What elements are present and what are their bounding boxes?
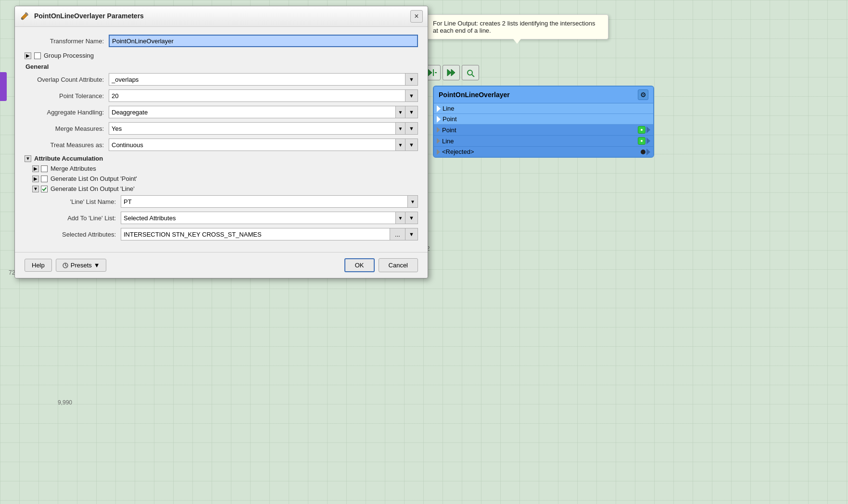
output-arrow-rejected bbox=[437, 149, 440, 155]
toolbar-btn-2[interactable] bbox=[443, 65, 460, 80]
node-output-point: Point bbox=[434, 125, 653, 136]
svg-point-11 bbox=[21, 18, 23, 20]
merge-measures-dropdown-btn[interactable]: ▼ bbox=[405, 122, 418, 135]
presets-button[interactable]: Presets ▼ bbox=[56, 259, 106, 272]
group-processing-row: ▶ Group Processing bbox=[25, 52, 418, 59]
attribute-accumulation-section: ▼ Attribute Accumulation ▶ Merge Attribu… bbox=[25, 155, 418, 240]
aggregate-handling-row: Aggregate Handling: Deaggregate Aggregat… bbox=[25, 106, 418, 118]
presets-arrow: ▼ bbox=[94, 262, 100, 269]
add-to-line-select[interactable]: Selected Attributes All Attributes No At… bbox=[121, 212, 396, 224]
output-arrow-point bbox=[437, 127, 440, 133]
node-header: PointOnLineOverlayer ⚙ bbox=[434, 87, 653, 103]
treat-measures-select[interactable]: Continuous Discrete bbox=[109, 139, 396, 151]
purple-sidebar bbox=[0, 72, 7, 101]
svg-marker-3 bbox=[447, 69, 451, 76]
merge-attributes-toggle[interactable]: ▶ bbox=[32, 165, 39, 172]
svg-point-8 bbox=[641, 129, 643, 131]
output-label-line: Line bbox=[442, 138, 636, 145]
output-label-point: Point bbox=[442, 126, 636, 134]
general-section: General Overlap Count Attribute: ▼ Point… bbox=[25, 63, 418, 151]
merge-attributes-checkbox[interactable] bbox=[41, 165, 48, 172]
add-to-line-row: Add To 'Line' List: Selected Attributes … bbox=[53, 212, 418, 224]
port-label-line: Line bbox=[443, 105, 650, 112]
node-output-rejected: <Rejected> bbox=[434, 147, 653, 157]
svg-marker-0 bbox=[428, 69, 432, 76]
footer-left: Help Presets ▼ bbox=[25, 259, 106, 272]
svg-line-6 bbox=[472, 75, 474, 77]
transformer-name-input[interactable] bbox=[109, 35, 418, 47]
port-green-point bbox=[638, 126, 645, 134]
port-out-arrow-point bbox=[646, 126, 650, 133]
treat-measures-dropdown-btn[interactable]: ▼ bbox=[405, 139, 418, 151]
generate-list-point-checkbox[interactable] bbox=[41, 176, 48, 182]
point-tolerance-row: Point Tolerance: ▼ bbox=[25, 89, 418, 102]
help-button[interactable]: Help bbox=[25, 259, 52, 272]
node-port-line: Line bbox=[434, 103, 653, 114]
selected-attributes-row: Selected Attributes: ... ▼ bbox=[53, 228, 418, 240]
line-list-name-combo: ▼ bbox=[121, 195, 418, 208]
group-processing-checkbox[interactable] bbox=[34, 52, 41, 59]
port-out-arrow-rejected bbox=[646, 149, 650, 155]
group-processing-label: Group Processing bbox=[44, 52, 94, 59]
selected-attributes-input[interactable] bbox=[121, 228, 390, 240]
merge-measures-label: Merge Measures: bbox=[25, 125, 109, 132]
point-tolerance-label: Point Tolerance: bbox=[25, 92, 109, 100]
treat-measures-row: Treat Measures as: Continuous Discrete ▼… bbox=[25, 139, 418, 151]
aggregate-handling-arrow: ▼ bbox=[396, 106, 405, 118]
add-to-line-dropdown-btn[interactable]: ▼ bbox=[405, 212, 418, 224]
tooltip-text: For Line Output: creates 2 lists identif… bbox=[433, 20, 595, 34]
ok-button[interactable]: OK bbox=[344, 258, 375, 272]
toolbar-btn-3[interactable] bbox=[462, 65, 479, 80]
port-green-line bbox=[638, 137, 645, 145]
overlap-count-field bbox=[109, 73, 405, 86]
aggregate-handling-select[interactable]: Deaggregate Aggregate Accumulate bbox=[109, 106, 396, 118]
transformer-name-label: Transformer Name: bbox=[25, 38, 109, 45]
selected-attributes-label: Selected Attributes: bbox=[53, 231, 121, 238]
close-button[interactable]: × bbox=[410, 10, 423, 23]
group-processing-toggle[interactable]: ▶ bbox=[25, 52, 31, 59]
dialog-body: Transformer Name: ▶ Group Processing Gen… bbox=[15, 27, 428, 252]
port-arrow-in-point bbox=[437, 116, 441, 123]
overlap-count-label: Overlap Count Attribute: bbox=[25, 76, 109, 83]
overlap-count-dropdown-btn[interactable]: ▼ bbox=[405, 73, 418, 86]
line-list-name-drop-btn[interactable]: ▼ bbox=[407, 195, 418, 208]
generate-list-point-toggle[interactable]: ▶ bbox=[32, 176, 39, 182]
generate-list-line-toggle[interactable]: ▼ bbox=[32, 186, 39, 192]
dialog-title-text: PointOnLineOverlayer Parameters bbox=[34, 12, 144, 20]
merge-measures-select[interactable]: Yes No bbox=[109, 122, 396, 135]
parameters-dialog: PointOnLineOverlayer Parameters × Transf… bbox=[14, 6, 428, 278]
point-tolerance-dropdown-btn[interactable]: ▼ bbox=[405, 89, 418, 102]
output-arrow-line bbox=[437, 138, 440, 144]
merge-measures-row: Merge Measures: Yes No ▼ ▼ bbox=[25, 122, 418, 135]
node-gear-btn[interactable]: ⚙ bbox=[638, 89, 648, 100]
line-list-section: 'Line' List Name: ▼ Add To 'Line' List: … bbox=[53, 195, 418, 240]
generate-list-line-checkbox[interactable] bbox=[41, 186, 48, 192]
presets-label: Presets bbox=[71, 262, 92, 269]
node-title: PointOnLineOverlayer bbox=[439, 91, 510, 99]
svg-point-10 bbox=[641, 140, 643, 142]
selected-attributes-browse-btn[interactable]: ... bbox=[390, 228, 405, 240]
port-arrow-in-line bbox=[437, 105, 441, 112]
line-list-name-row: 'Line' List Name: ▼ bbox=[53, 195, 418, 208]
port-dot-rejected bbox=[641, 150, 645, 154]
dialog-title-icon: PointOnLineOverlayer Parameters bbox=[20, 12, 410, 21]
merge-measures-arrow: ▼ bbox=[396, 122, 405, 135]
presets-icon bbox=[62, 262, 69, 269]
point-tolerance-field bbox=[109, 89, 405, 102]
dialog-titlebar: PointOnLineOverlayer Parameters × bbox=[15, 6, 428, 27]
attribute-accumulation-toggle[interactable]: ▼ bbox=[25, 155, 31, 162]
selected-attributes-dropdown-btn[interactable]: ▼ bbox=[405, 228, 418, 240]
line-list-name-input[interactable] bbox=[121, 195, 407, 208]
attribute-accumulation-label: Attribute Accumulation bbox=[34, 155, 103, 162]
transformer-node: PointOnLineOverlayer ⚙ Line Point Point … bbox=[433, 86, 654, 158]
generate-list-line-label: Generate List On Output 'Line' bbox=[51, 185, 135, 192]
generate-list-line-row: ▼ Generate List On Output 'Line' bbox=[32, 185, 418, 192]
general-label: General bbox=[25, 63, 418, 70]
cancel-button[interactable]: Cancel bbox=[379, 258, 418, 272]
point-tolerance-input[interactable] bbox=[112, 92, 403, 100]
overlap-count-input[interactable] bbox=[112, 76, 403, 83]
treat-measures-label: Treat Measures as: bbox=[25, 141, 109, 149]
aggregate-handling-dropdown-btn[interactable]: ▼ bbox=[405, 106, 418, 118]
node-port-point: Point bbox=[434, 114, 653, 125]
merge-attributes-row: ▶ Merge Attributes bbox=[32, 165, 418, 172]
